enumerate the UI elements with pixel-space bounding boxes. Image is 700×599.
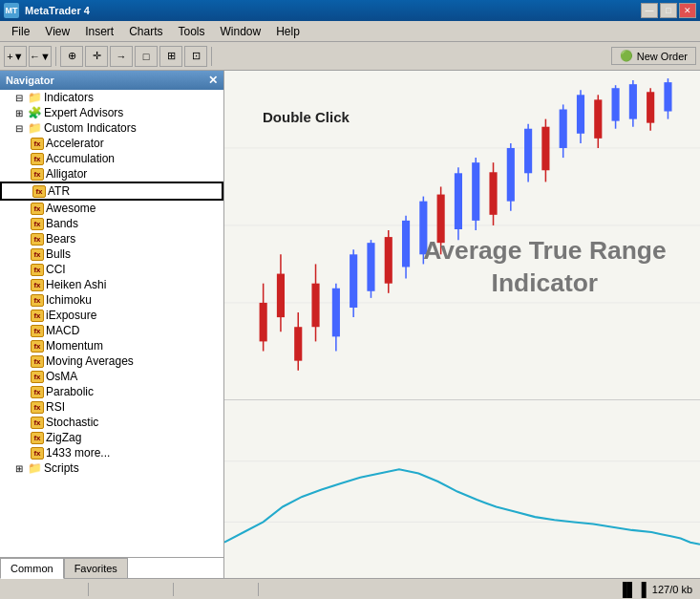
tree-item-stochastic[interactable]: fx Stochastic bbox=[0, 415, 223, 430]
toolbar-btn-2[interactable]: ←▼ bbox=[29, 46, 52, 67]
toolbar-btn-3[interactable]: ⊕ bbox=[60, 46, 83, 67]
svg-rect-48 bbox=[647, 92, 654, 122]
menu-tools[interactable]: Tools bbox=[171, 23, 213, 40]
minimize-button[interactable]: — bbox=[641, 3, 658, 18]
menu-insert[interactable]: Insert bbox=[77, 23, 121, 40]
tree-item-accelerator[interactable]: fx Accelerator bbox=[0, 136, 223, 151]
rsi-icon: fx bbox=[31, 401, 44, 414]
tree-item-accumulation[interactable]: fx Accumulation bbox=[0, 151, 223, 166]
iexposure-label: iExposure bbox=[46, 309, 96, 322]
toolbar-btn-5[interactable]: → bbox=[110, 46, 133, 67]
scripts-toggle[interactable]: ⊞ bbox=[15, 463, 27, 474]
tree-item-heiken-ashi[interactable]: fx Heiken Ashi bbox=[0, 277, 223, 292]
tree-expert-advisors[interactable]: ⊞ 🧩 Expert Advisors bbox=[0, 105, 223, 120]
toolbar-sep-2 bbox=[211, 47, 212, 66]
toolbar-btn-8[interactable]: ⊡ bbox=[184, 46, 207, 67]
tree-item-bulls[interactable]: fx Bulls bbox=[0, 246, 223, 262]
tree-item-atr[interactable]: fx ATR bbox=[0, 182, 223, 201]
tree-custom-indicators[interactable]: ⊟ 📁 Custom Indicators bbox=[0, 120, 223, 136]
svg-rect-20 bbox=[402, 221, 410, 267]
bands-label: Bands bbox=[46, 217, 78, 230]
tree-item-ichimoku[interactable]: fx Ichimoku bbox=[0, 292, 223, 308]
toolbar-btn-7[interactable]: ⊞ bbox=[159, 46, 182, 67]
tree-item-macd[interactable]: fx MACD bbox=[0, 323, 223, 338]
maximize-button[interactable]: □ bbox=[660, 3, 677, 18]
menu-view[interactable]: View bbox=[37, 23, 77, 40]
tree-item-cci[interactable]: fx CCI bbox=[0, 262, 223, 277]
tree-item-alligator[interactable]: fx Alligator bbox=[0, 166, 223, 182]
cci-icon: fx bbox=[31, 264, 44, 276]
bulls-label: Bulls bbox=[46, 247, 71, 261]
svg-rect-36 bbox=[541, 127, 549, 171]
iexposure-icon: fx bbox=[31, 310, 44, 322]
status-sep-3 bbox=[258, 583, 259, 596]
status-panel-4 bbox=[263, 583, 339, 596]
status-sep-1 bbox=[88, 583, 89, 596]
menu-window[interactable]: Window bbox=[213, 23, 269, 40]
tree-item-more[interactable]: fx 1433 more... bbox=[0, 445, 223, 460]
accelerator-icon: fx bbox=[31, 138, 44, 150]
tree-item-momentum[interactable]: fx Momentum bbox=[0, 338, 223, 353]
status-bar: ▐▌▐ 127/0 kb bbox=[0, 578, 700, 599]
indicators-toggle[interactable]: ⊟ bbox=[15, 93, 27, 103]
moving-averages-label: Moving Averages bbox=[46, 354, 134, 368]
tree-item-bands[interactable]: fx Bands bbox=[0, 216, 223, 231]
tree-item-bears[interactable]: fx Bears bbox=[0, 231, 223, 246]
tree-item-awesome[interactable]: fx Awesome bbox=[0, 201, 223, 216]
ea-toggle[interactable]: ⊞ bbox=[15, 108, 27, 118]
tree-item-iexposure[interactable]: fx iExposure bbox=[0, 308, 223, 323]
svg-rect-50 bbox=[664, 82, 671, 111]
ci-toggle[interactable]: ⊟ bbox=[15, 123, 27, 134]
tree-item-moving-averages[interactable]: fx Moving Averages bbox=[0, 353, 223, 369]
ichimoku-icon: fx bbox=[31, 294, 44, 307]
tree-item-zigzag[interactable]: fx ZigZag bbox=[0, 430, 223, 445]
accumulation-label: Accumulation bbox=[46, 152, 115, 165]
svg-text:Average True Range: Average True Range bbox=[423, 236, 666, 265]
menu-charts[interactable]: Charts bbox=[121, 23, 170, 40]
new-order-button[interactable]: 🟢 New Order bbox=[611, 47, 696, 65]
ci-label: Custom Indicators bbox=[44, 121, 137, 135]
svg-rect-8 bbox=[294, 327, 302, 360]
navigator-close-button[interactable]: ✕ bbox=[208, 74, 218, 87]
indicators-label: Indicators bbox=[44, 91, 94, 104]
svg-rect-42 bbox=[594, 99, 602, 138]
status-panel-2 bbox=[93, 583, 169, 596]
toolbar-btn-6[interactable]: □ bbox=[135, 46, 158, 67]
svg-rect-34 bbox=[524, 129, 532, 174]
close-button[interactable]: ✕ bbox=[679, 3, 696, 18]
tab-favorites[interactable]: Favorites bbox=[64, 558, 128, 578]
tree-item-osma[interactable]: fx OsMA bbox=[0, 369, 223, 384]
navigator-tree: ⊟ 📁 Indicators ⊞ 🧩 Expert Advisors ⊟ 📁 C… bbox=[0, 90, 223, 557]
status-panel-1 bbox=[8, 583, 84, 596]
svg-rect-28 bbox=[472, 162, 479, 221]
bulls-icon: fx bbox=[31, 248, 44, 261]
atr-icon: fx bbox=[32, 185, 46, 198]
rsi-label: RSI bbox=[46, 400, 65, 414]
tree-scripts[interactable]: ⊞ 📁 Scripts bbox=[0, 460, 223, 476]
svg-rect-26 bbox=[455, 173, 462, 229]
tab-common[interactable]: Common bbox=[0, 558, 64, 579]
toolbar-btn-4[interactable]: ✛ bbox=[85, 46, 108, 67]
chart-area[interactable]: Double Click bbox=[224, 71, 700, 578]
scripts-folder-icon: 📁 bbox=[27, 461, 42, 475]
tree-item-parabolic[interactable]: fx Parabolic bbox=[0, 384, 223, 399]
menu-file[interactable]: File bbox=[4, 23, 37, 40]
cci-label: CCI bbox=[46, 263, 66, 276]
menu-help[interactable]: Help bbox=[268, 23, 308, 40]
svg-rect-14 bbox=[350, 254, 357, 308]
svg-rect-6 bbox=[277, 274, 285, 318]
atr-label: ATR bbox=[48, 184, 70, 198]
status-right: ▐▌▐ 127/0 kb bbox=[618, 582, 692, 597]
title-bar-controls: — □ ✕ bbox=[641, 3, 696, 18]
new-order-icon: 🟢 bbox=[620, 50, 633, 62]
tree-item-rsi[interactable]: fx RSI bbox=[0, 399, 223, 415]
tree-indicators[interactable]: ⊟ 📁 Indicators bbox=[0, 90, 223, 105]
toolbar-btn-1[interactable]: +▼ bbox=[4, 46, 27, 67]
macd-icon: fx bbox=[31, 325, 44, 337]
scripts-label: Scripts bbox=[44, 461, 79, 475]
stochastic-label: Stochastic bbox=[46, 416, 98, 429]
svg-rect-38 bbox=[560, 109, 567, 147]
stochastic-icon: fx bbox=[31, 417, 44, 429]
new-order-label: New Order bbox=[637, 51, 688, 62]
ichimoku-label: Ichimoku bbox=[46, 293, 92, 307]
